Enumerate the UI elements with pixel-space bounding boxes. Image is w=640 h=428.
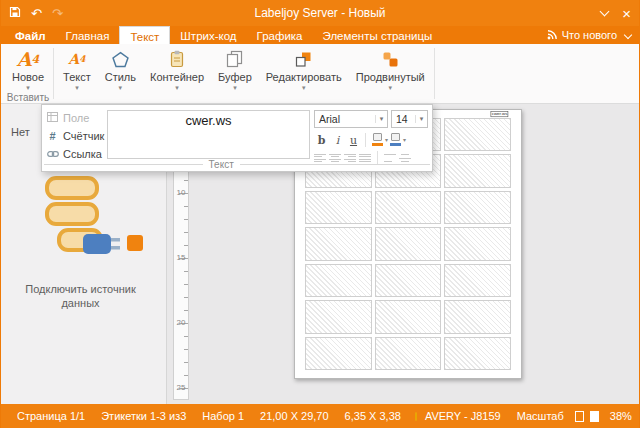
font-color-swatch	[390, 143, 401, 146]
label-cell[interactable]	[444, 191, 511, 224]
text-button[interactable]: A4 Текст ▾	[56, 46, 98, 92]
highlighter-icon	[373, 133, 382, 141]
copy-pages-icon	[226, 48, 243, 70]
status-set: Набор 1	[194, 410, 252, 422]
italic-button[interactable]: i	[330, 132, 345, 148]
tab-page-elements[interactable]: Элементы страницы	[313, 26, 443, 44]
ruler-mark: 25	[174, 383, 188, 392]
tab-home[interactable]: Главная	[56, 26, 120, 44]
label-cell[interactable]	[305, 337, 372, 370]
redo-icon[interactable]: ↷	[52, 7, 63, 20]
menu-item-field-label: Поле	[63, 112, 89, 124]
highlight-color-button[interactable]: ▾	[370, 132, 387, 148]
menu-item-counter[interactable]: # Счётчик	[46, 127, 106, 145]
label-cell[interactable]	[444, 118, 511, 151]
rss-icon	[547, 29, 558, 42]
placed-text-object[interactable]: cwer.ws	[490, 111, 508, 117]
font-color-button[interactable]: ▾	[388, 132, 405, 148]
label-cell[interactable]	[444, 154, 511, 187]
bold-button[interactable]: b	[314, 132, 329, 148]
underline-button[interactable]: u	[346, 132, 361, 148]
menu-item-field[interactable]: Поле	[46, 109, 106, 127]
collapse-ribbon-chevron-icon[interactable]	[624, 31, 632, 39]
ruler-tick	[184, 336, 188, 337]
menu-item-counter-label: Счётчик	[63, 130, 104, 142]
ribbon-separator	[53, 48, 54, 99]
label-cell[interactable]	[305, 300, 372, 333]
buffer-dropdown-chevron-icon: ▾	[233, 84, 237, 92]
label-cell[interactable]	[375, 227, 442, 260]
container-button-label: Контейнер	[150, 71, 204, 83]
ruler-tick	[184, 271, 188, 272]
status-page-size: 21,00 X 29,70	[252, 410, 337, 422]
advanced-button[interactable]: Продвинутый ▾	[349, 46, 432, 92]
font-size-select[interactable]: 14 ▾	[391, 110, 428, 128]
label-cell[interactable]	[305, 264, 372, 297]
label-cell[interactable]	[305, 191, 372, 224]
label-cell[interactable]	[444, 264, 511, 297]
buffer-button[interactable]: Буфер ▾	[211, 46, 259, 92]
tab-graphics[interactable]: Графика	[247, 26, 313, 44]
fit-width-icon[interactable]	[590, 411, 599, 422]
overlapping-squares-icon	[295, 48, 312, 70]
ruler-tick	[184, 219, 188, 220]
new-button[interactable]: A4 Новое ▾	[5, 46, 51, 92]
ribbon: A4 Новое ▾ Вставить A4 Текст ▾ Стиль ▾	[1, 44, 639, 104]
container-button[interactable]: Контейнер ▾	[143, 46, 211, 92]
hash-icon: #	[46, 130, 59, 142]
text-button-label: Текст	[63, 71, 91, 83]
footer-line-right	[240, 164, 430, 165]
whats-new-button[interactable]: Что нового	[547, 29, 617, 42]
tab-text[interactable]: Текст	[119, 26, 170, 44]
ruler-tick	[184, 206, 188, 207]
label-cell[interactable]	[375, 264, 442, 297]
close-icon[interactable]: ×	[622, 6, 631, 21]
label-cell[interactable]	[305, 227, 372, 260]
ruler-tick	[184, 297, 188, 298]
whats-new-label: Что нового	[562, 29, 617, 41]
label-cell[interactable]	[375, 300, 442, 333]
tab-barcode[interactable]: Штрих-код	[170, 26, 246, 44]
new-button-label: Новое	[12, 71, 44, 83]
label-cell[interactable]	[444, 227, 511, 260]
font-family-value: Arial	[315, 113, 375, 125]
undo-icon[interactable]: ↶	[31, 7, 42, 20]
style-button[interactable]: Стиль ▾	[98, 46, 143, 92]
footer-line-left	[44, 164, 203, 165]
tab-file[interactable]: Файл	[5, 26, 56, 44]
label-cell[interactable]	[375, 337, 442, 370]
clipboard-icon	[169, 48, 185, 70]
edit-button-label: Редактировать	[266, 71, 342, 83]
database-plug-graphic[interactable]	[23, 174, 147, 276]
field-icon	[46, 112, 59, 124]
font-family-select[interactable]: Arial ▾	[314, 110, 388, 128]
ruler-tick	[184, 180, 188, 181]
ribbon-group-insert: A4 Новое ▾ Вставить	[5, 46, 51, 103]
highlight-color-swatch	[372, 143, 383, 146]
pen-icon	[391, 133, 400, 141]
ruler-tick	[184, 375, 188, 376]
titlebar: ↶ ↷ Labeljoy Server - Новый ×	[1, 0, 639, 26]
label-cell[interactable]	[375, 191, 442, 224]
buffer-button-label: Буфер	[218, 71, 252, 83]
ruler-tick	[184, 245, 188, 246]
ruler-mark: 15	[174, 253, 188, 262]
new-dropdown-chevron-icon: ▾	[26, 84, 30, 92]
pentagon-icon	[112, 48, 129, 70]
window-chevron-down-icon[interactable]	[600, 7, 610, 17]
a4-new-icon: A4	[17, 48, 39, 70]
edit-button[interactable]: Редактировать ▾	[259, 46, 349, 92]
save-icon[interactable]	[9, 6, 21, 20]
ruler-tick	[184, 232, 188, 233]
advanced-squares-icon	[382, 48, 399, 70]
label-cell[interactable]	[444, 337, 511, 370]
window-title: Labeljoy Server - Новый	[159, 6, 481, 20]
connect-data-source-label[interactable]: Подключить источник данных	[1, 282, 160, 311]
fit-page-icon[interactable]	[575, 411, 584, 422]
zoom-label: Масштаб	[509, 410, 572, 422]
label-text-input[interactable]: cwer.ws	[107, 110, 310, 159]
label-cell[interactable]	[444, 300, 511, 333]
style-button-label: Стиль	[105, 71, 136, 83]
font-family-chevron-icon: ▾	[375, 115, 387, 123]
font-color-chevron-icon: ▾	[403, 136, 406, 143]
